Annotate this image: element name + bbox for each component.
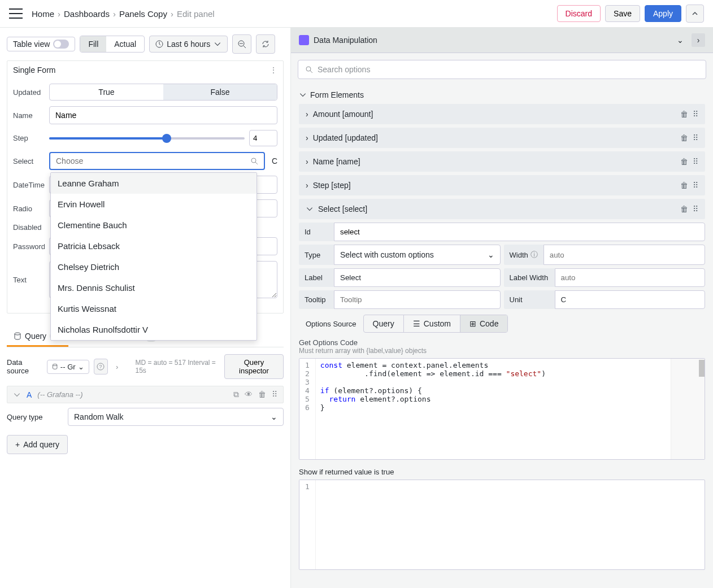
dropdown-item[interactable]: Kurtis Weissnat	[51, 298, 256, 319]
form-element-item[interactable]: › Step [step] 🗑⠿	[299, 175, 705, 195]
step-value-input[interactable]	[249, 130, 277, 146]
drag-icon[interactable]: ⠿	[693, 181, 698, 190]
dropdown-item[interactable]: Mrs. Dennis Schulist	[51, 277, 256, 298]
eye-icon[interactable]: 👁	[245, 390, 253, 399]
code-editor[interactable]: 123456 const element = context.panel.ele…	[299, 358, 705, 460]
menu-icon[interactable]	[9, 8, 23, 19]
actual-option[interactable]: Actual	[106, 36, 144, 52]
name-label: Name	[13, 111, 45, 120]
id-input[interactable]	[334, 223, 705, 241]
dropdown-item[interactable]: Clementine Bauch	[51, 215, 256, 236]
copy-icon[interactable]: ⧉	[233, 390, 239, 399]
query-letter[interactable]: A	[27, 390, 32, 399]
unit-input[interactable]	[555, 290, 706, 309]
width-label: Widthⓘ	[504, 245, 544, 265]
drag-icon[interactable]: ⠿	[693, 110, 698, 119]
dropdown-item[interactable]: Chelsey Dietrich	[51, 256, 256, 277]
plugin-header[interactable]: Data Manipulation ⌄ ›	[291, 28, 713, 53]
label-width-input[interactable]	[555, 268, 706, 287]
svg-point-6	[15, 333, 20, 335]
chevron-up-icon[interactable]	[686, 5, 704, 23]
name-input[interactable]	[49, 106, 277, 124]
source-query[interactable]: Query	[364, 315, 404, 332]
code-body[interactable]	[316, 480, 705, 569]
switch-icon[interactable]	[53, 40, 69, 49]
search-icon	[305, 66, 313, 73]
form-element-label: Name [name]	[313, 157, 676, 166]
drag-icon[interactable]: ⠿	[272, 390, 277, 399]
breadcrumb-home[interactable]: Home	[32, 9, 54, 19]
panel-toolbar: Table view Fill Actual Last 6 hours	[7, 34, 284, 54]
breadcrumb-panels[interactable]: Panels Copy	[119, 9, 167, 19]
breadcrumb-edit: Edit panel	[177, 9, 215, 19]
chevron-down-icon	[299, 91, 307, 99]
trash-icon[interactable]: 🗑	[258, 390, 266, 399]
trash-icon[interactable]: 🗑	[680, 157, 688, 166]
dropdown-item[interactable]: Patricia Lebsack	[51, 236, 256, 256]
options-section: Form Elements › Amount [amount] 🗑⠿ › Upd…	[291, 86, 713, 578]
form-element-item[interactable]: › Amount [amount] 🗑⠿	[299, 104, 705, 124]
datasource-select[interactable]: -- Gr ⌄	[47, 360, 89, 374]
source-custom[interactable]: ☰Custom	[404, 315, 460, 332]
code-body[interactable]: const element = context.panel.elements .…	[316, 359, 671, 459]
type-select[interactable]: Select with custom options ⌄	[334, 245, 501, 265]
query-type-select[interactable]: Random Walk ⌄	[68, 408, 284, 426]
select-unit: C	[272, 156, 277, 165]
chevron-down-icon[interactable]	[13, 391, 21, 399]
drag-icon[interactable]: ⠿	[693, 133, 698, 142]
dropdown-item[interactable]: Leanne Graham	[51, 173, 256, 194]
code-title: Get Options Code	[299, 338, 705, 347]
form-element-label: Updated [updated]	[313, 133, 676, 142]
form-element-label: Step [step]	[313, 181, 676, 190]
chevron-right-icon[interactable]: ›	[692, 33, 705, 47]
zoom-out-button[interactable]	[232, 34, 251, 54]
fill-option[interactable]: Fill	[80, 36, 106, 52]
updated-false[interactable]: False	[163, 84, 277, 100]
svg-point-10	[306, 67, 311, 71]
panel-menu-icon[interactable]: ⋮	[269, 66, 277, 75]
drag-icon[interactable]: ⠿	[693, 204, 698, 214]
code-minimap[interactable]	[671, 359, 705, 459]
trash-icon[interactable]: 🗑	[680, 133, 688, 142]
datasource-help-button[interactable]: ?	[94, 359, 108, 374]
svg-point-4	[251, 158, 256, 163]
tooltip-input[interactable]	[334, 290, 501, 309]
trash-icon[interactable]: 🗑	[680, 110, 688, 119]
save-button[interactable]: Save	[605, 5, 640, 22]
right-pane: Data Manipulation ⌄ › Search options For…	[291, 28, 713, 588]
trash-icon[interactable]: 🗑	[680, 181, 688, 190]
chevron-right-icon[interactable]: ›	[112, 363, 121, 371]
width-input[interactable]	[544, 245, 705, 265]
dropdown-item[interactable]: Ervin Howell	[51, 194, 256, 215]
form-element-item[interactable]: › Updated [updated] 🗑⠿	[299, 128, 705, 148]
dropdown-item[interactable]: Nicholas Runolfsdottir V	[51, 319, 256, 340]
add-query-button[interactable]: + Add query	[7, 435, 68, 454]
drag-icon[interactable]: ⠿	[693, 157, 698, 166]
chevron-right-icon: ›	[306, 181, 308, 190]
select-search[interactable]	[56, 156, 250, 165]
updated-label: Updated	[13, 88, 45, 97]
updated-true[interactable]: True	[50, 84, 163, 100]
select-input[interactable]: Leanne Graham Ervin Howell Clementine Ba…	[49, 152, 265, 170]
apply-button[interactable]: Apply	[645, 5, 681, 22]
source-code[interactable]: ⊞Code	[460, 315, 507, 332]
time-range-picker[interactable]: Last 6 hours	[149, 36, 228, 53]
search-icon	[250, 157, 258, 165]
label-input[interactable]	[334, 268, 501, 287]
chevron-down-icon[interactable]: ⌄	[673, 33, 687, 47]
options-search[interactable]: Search options	[298, 60, 706, 79]
query-inspector-button[interactable]: Query inspector	[224, 354, 284, 379]
form-element-item-expanded[interactable]: Select [select] 🗑⠿	[299, 199, 705, 219]
trash-icon[interactable]: 🗑	[680, 204, 688, 214]
discard-button[interactable]: Discard	[557, 5, 601, 22]
form-element-item[interactable]: › Name [name] 🗑⠿	[299, 151, 705, 172]
refresh-button[interactable]	[256, 34, 275, 54]
form-elements-header[interactable]: Form Elements	[299, 86, 705, 104]
show-if-label: Show if returned value is true	[299, 468, 705, 476]
breadcrumb-dashboards[interactable]: Dashboards	[64, 9, 110, 19]
chevron-right-icon: ›	[58, 9, 60, 19]
options-source-label: Options Source	[299, 315, 363, 333]
step-slider[interactable]	[49, 137, 245, 140]
table-view-toggle[interactable]: Table view	[7, 37, 75, 51]
show-if-editor[interactable]: 1	[299, 480, 705, 570]
